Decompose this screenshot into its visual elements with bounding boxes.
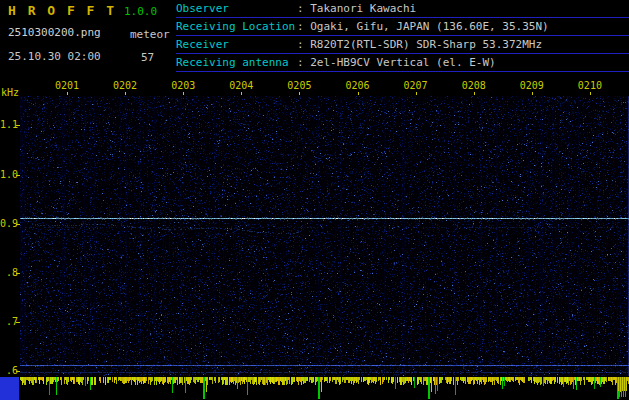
echo-count: 57	[141, 51, 154, 64]
x-tick-label: 0209	[517, 80, 547, 91]
info-row: Receiving antenna: 2el-HB9CV Vertical (e…	[176, 54, 629, 72]
x-tick-mark	[474, 92, 475, 95]
x-tick-label: 0210	[575, 80, 605, 91]
x-tick-mark	[183, 92, 184, 95]
x-tick-label: 0206	[343, 80, 373, 91]
x-tick-mark	[125, 92, 126, 95]
x-tick-label: 0208	[459, 80, 489, 91]
x-tick-mark	[67, 92, 68, 95]
spectrogram-canvas	[20, 96, 629, 376]
x-tick-label: 0204	[226, 80, 256, 91]
x-tick-label: 0203	[168, 80, 198, 91]
activity-strip-canvas	[20, 377, 629, 400]
info-row: Receiving Location: Ogaki, Gifu, JAPAN (…	[176, 18, 629, 36]
app-version: 1.0.0	[124, 5, 157, 18]
hrofft-output-screen: H R O F F T 1.0.0 2510300200.png meteor …	[0, 0, 629, 400]
info-value: : 2el-HB9CV Vertical (el. E-W)	[297, 54, 496, 71]
y-axis-unit-label: kHz	[1, 87, 19, 98]
info-label: Receiving antenna	[176, 54, 297, 71]
mode-label: meteor	[130, 28, 170, 41]
info-value: : Takanori Kawachi	[297, 0, 416, 17]
x-tick-mark	[299, 92, 300, 95]
x-tick-mark	[416, 92, 417, 95]
bottom-left-marker	[0, 377, 19, 400]
info-label: Receiving Location	[176, 18, 297, 35]
info-value: : R820T2(RTL-SDR) SDR-Sharp 53.372MHz	[297, 36, 542, 53]
x-tick-label: 0205	[284, 80, 314, 91]
x-tick-label: 0201	[52, 80, 82, 91]
x-tick-mark	[532, 92, 533, 95]
x-tick-mark	[241, 92, 242, 95]
x-tick-label: 0207	[401, 80, 431, 91]
x-tick-mark	[358, 92, 359, 95]
observation-datetime: 25.10.30 02:00	[8, 50, 101, 63]
x-tick-mark	[590, 92, 591, 95]
info-row: Receiver: R820T2(RTL-SDR) SDR-Sharp 53.3…	[176, 36, 629, 54]
info-value: : Ogaki, Gifu, JAPAN (136.60E, 35.35N)	[297, 18, 549, 35]
x-tick-label: 0202	[110, 80, 140, 91]
info-row: Observer: Takanori Kawachi	[176, 0, 629, 18]
app-title: H R O F F T	[8, 3, 116, 18]
output-filename: 2510300200.png	[8, 26, 101, 39]
station-info-table: Observer: Takanori KawachiReceiving Loca…	[176, 0, 629, 72]
info-label: Observer	[176, 0, 297, 17]
info-label: Receiver	[176, 36, 297, 53]
